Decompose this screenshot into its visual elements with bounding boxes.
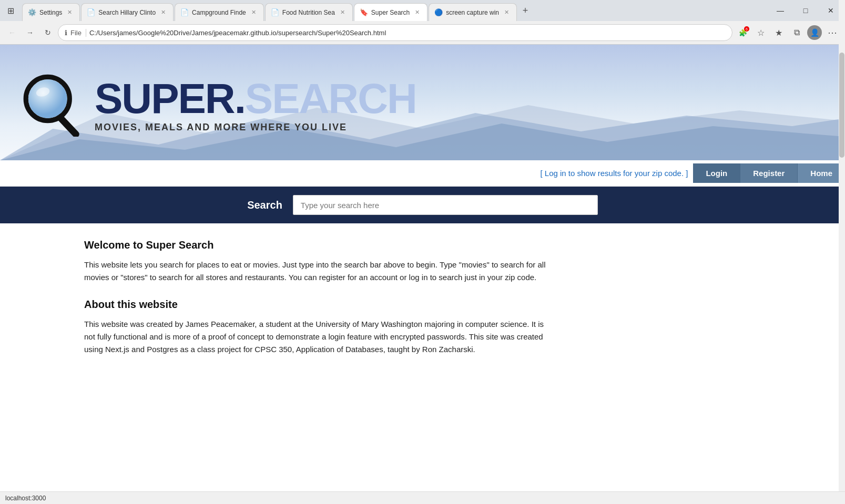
food-tab-icon: 📄 (271, 8, 279, 16)
logo-subtitle: MOVIES, MEALS AND MORE WHERE YOU LIVE (95, 122, 416, 133)
campground-tab-icon: 📄 (180, 8, 189, 16)
tab-screencapture-close[interactable]: ✕ (502, 8, 511, 17)
reload-button[interactable]: ↻ (40, 25, 56, 40)
about-heading: About this website (84, 299, 547, 311)
tab-campground-close[interactable]: ✕ (249, 8, 258, 17)
tab-settings-close[interactable]: ✕ (65, 8, 74, 17)
welcome-text: This website lets you search for places … (84, 259, 547, 284)
file-label: File (70, 29, 86, 37)
tab-hillary-label: Search Hillary Clinto (98, 9, 156, 16)
profile-avatar: 👤 (807, 25, 822, 40)
browser-chrome: ⊞ ⚙️ Settings ✕ 📄 Search Hillary Clinto … (0, 0, 845, 45)
tab-settings[interactable]: ⚙️ Settings ✕ (22, 3, 80, 21)
toolbar-icons: 🧩 6 ☆ ★ ⧉ 👤 ⋯ (735, 24, 841, 41)
svg-line-3 (60, 117, 76, 134)
tab-supersearch-close[interactable]: ✕ (413, 8, 422, 17)
search-input[interactable] (293, 195, 598, 215)
page-content: SUPER.SEARCH MOVIES, MEALS AND MORE WHER… (0, 45, 845, 372)
collections-icon[interactable]: ⧉ (788, 24, 805, 41)
magnifier-logo (21, 74, 84, 137)
logo-super-text: SUPER. (95, 75, 245, 122)
info-icon: ℹ (65, 29, 67, 37)
new-tab-button[interactable]: + (518, 3, 533, 18)
logo-area: SUPER.SEARCH MOVIES, MEALS AND MORE WHER… (21, 74, 416, 137)
tab-food-close[interactable]: ✕ (338, 8, 347, 17)
hero-section: SUPER.SEARCH MOVIES, MEALS AND MORE WHER… (0, 45, 845, 160)
register-button[interactable]: Register (740, 163, 798, 183)
address-url[interactable]: C:/Users/james/Google%20Drive/James/jpea… (89, 29, 726, 37)
scrollbar-track[interactable] (839, 0, 845, 504)
nav-buttons: Login Register Home (693, 163, 845, 183)
logo-text-area: SUPER.SEARCH MOVIES, MEALS AND MORE WHER… (95, 78, 416, 133)
login-button[interactable]: Login (693, 163, 740, 183)
tab-settings-label: Settings (39, 9, 62, 16)
forward-button[interactable]: → (22, 25, 38, 40)
tab-food[interactable]: 📄 Food Nutrition Sea ✕ (265, 3, 353, 21)
address-bar: ← → ↻ ℹ File C:/Users/james/Google%20Dri… (0, 21, 845, 44)
tab-hillary-close[interactable]: ✕ (159, 8, 168, 17)
settings-tab-icon: ⚙️ (28, 8, 36, 16)
welcome-heading: Welcome to Super Search (84, 239, 547, 251)
maximize-button[interactable]: □ (793, 0, 818, 21)
screencapture-tab-icon: 🔵 (434, 8, 443, 16)
logo-title: SUPER.SEARCH (95, 78, 416, 120)
window-controls: — □ ✕ (768, 0, 843, 21)
extension-badge: 6 (744, 26, 749, 32)
search-label: Search (247, 199, 282, 211)
tab-hillary[interactable]: 📄 Search Hillary Clinto ✕ (81, 3, 174, 21)
nav-bar: [ Log in to show results for your zip co… (0, 160, 845, 187)
tab-supersearch-label: Super Search (371, 9, 410, 16)
tab-supersearch[interactable]: 🔖 Super Search ✕ (354, 3, 427, 21)
tab-campground-label: Campground Finde (192, 9, 246, 16)
tab-bar: ⊞ ⚙️ Settings ✕ 📄 Search Hillary Clinto … (0, 0, 845, 21)
main-content: Welcome to Super Search This website let… (0, 223, 631, 372)
profile-icon[interactable]: 👤 (806, 24, 823, 41)
hillary-tab-icon: 📄 (87, 8, 95, 16)
tab-screencapture[interactable]: 🔵 screen capture win ✕ (429, 3, 517, 21)
favorites-icon[interactable]: ★ (770, 24, 787, 41)
scrollbar-thumb[interactable] (839, 53, 844, 158)
home-button[interactable]: Home (798, 163, 845, 183)
minimize-button[interactable]: — (768, 0, 792, 21)
status-url: localhost:3000 (5, 495, 46, 502)
search-section: Search (0, 187, 845, 223)
extensions-icon[interactable]: 🧩 6 (735, 24, 751, 41)
about-text: This website was created by James Peacem… (84, 318, 547, 356)
tab-food-label: Food Nutrition Sea (282, 9, 335, 16)
sidebar-toggle-button[interactable]: ⊞ (2, 2, 19, 19)
tab-screencapture-label: screen capture win (446, 9, 499, 16)
tab-campground[interactable]: 📄 Campground Finde ✕ (175, 3, 264, 21)
status-bar: localhost:3000 (0, 491, 845, 504)
login-prompt: [ Log in to show results for your zip co… (540, 169, 688, 178)
favorites-split-icon[interactable]: ☆ (752, 24, 769, 41)
address-input-container[interactable]: ℹ File C:/Users/james/Google%20Drive/Jam… (58, 24, 732, 41)
svg-point-5 (28, 79, 67, 118)
logo-search-text: SEARCH (245, 75, 416, 122)
back-button[interactable]: ← (4, 25, 20, 40)
supersearch-tab-icon: 🔖 (360, 8, 368, 16)
